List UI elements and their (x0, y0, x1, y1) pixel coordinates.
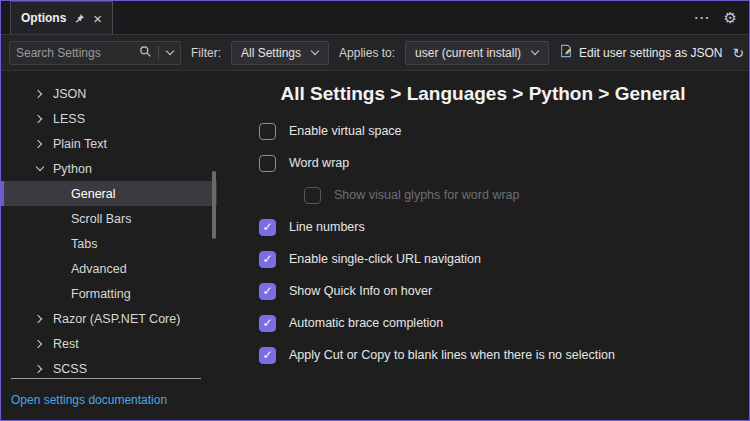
tree-item-label: Razor (ASP.NET Core) (53, 312, 180, 326)
tree-item-label: General (71, 187, 115, 201)
chevron-down-icon[interactable] (165, 48, 174, 57)
applies-to-dropdown[interactable]: user (current install) (405, 41, 549, 65)
setting-row: Show visual glyphs for word wrap (259, 179, 749, 211)
toolbar: Filter: All Settings Applies to: user (c… (1, 35, 749, 71)
tree-item-label: Python (53, 162, 92, 176)
gear-icon[interactable]: ⚙ (724, 9, 737, 27)
setting-label: Line numbers (289, 220, 365, 234)
tree-item-python[interactable]: Python (1, 156, 217, 181)
chevron-right-icon (35, 139, 44, 148)
chevron-right-icon (35, 339, 44, 348)
search-input[interactable] (16, 46, 133, 60)
chevron-down-icon (35, 164, 44, 173)
chevron-right-icon (35, 364, 44, 373)
options-window: Options × ⋯ ⚙ Filter: All Settings Appli… (0, 0, 750, 421)
tab-options-label: Options (21, 11, 66, 25)
tree-item-label: LESS (53, 112, 85, 126)
search-box[interactable] (9, 41, 181, 65)
filter-label: Filter: (191, 46, 221, 60)
setting-label: Word wrap (289, 156, 349, 170)
sidebar: JSONLESSPlain TextPythonGeneralScroll Ba… (1, 71, 217, 420)
settings-list: Enable virtual spaceWord wrapShow visual… (217, 115, 749, 371)
tab-options[interactable]: Options × (10, 1, 113, 34)
filter-dropdown-value: All Settings (241, 46, 301, 60)
checkbox[interactable]: ✓ (259, 251, 276, 268)
tree-item-label: Plain Text (53, 137, 107, 151)
setting-row: Word wrap (259, 147, 749, 179)
divider (158, 46, 159, 60)
chevron-right-icon (35, 314, 44, 323)
setting-row: Enable virtual space (259, 115, 749, 147)
setting-row: ✓Line numbers (259, 211, 749, 243)
checkbox (304, 187, 321, 204)
title-actions: ⋯ ⚙ (694, 8, 749, 27)
sync-button[interactable]: ↻ Sync (733, 45, 750, 61)
settings-tree: JSONLESSPlain TextPythonGeneralScroll Ba… (1, 81, 217, 381)
tree-item-razor-asp-net-core-[interactable]: Razor (ASP.NET Core) (1, 306, 217, 331)
pin-icon[interactable] (74, 13, 85, 24)
titlebar: Options × ⋯ ⚙ (1, 1, 749, 35)
edit-user-settings-json-button[interactable]: Edit user settings as JSON (559, 44, 722, 61)
ellipsis-icon[interactable]: ⋯ (694, 8, 710, 27)
setting-label: Apply Cut or Copy to blank lines when th… (289, 348, 615, 362)
open-settings-documentation-link[interactable]: Open settings documentation (11, 393, 167, 407)
checkbox[interactable]: ✓ (259, 315, 276, 332)
setting-row: ✓Enable single-click URL navigation (259, 243, 749, 275)
setting-label: Show Quick Info on hover (289, 284, 432, 298)
setting-label: Enable virtual space (289, 124, 402, 138)
divider (11, 378, 201, 379)
setting-label: Automatic brace completion (289, 316, 443, 330)
tree-item-label: SCSS (53, 362, 87, 376)
tree-item-label: Rest (53, 337, 79, 351)
edit-json-icon (559, 44, 573, 61)
sidebar-scrollbar[interactable] (212, 171, 216, 239)
edit-json-label: Edit user settings as JSON (579, 46, 722, 60)
checkbox[interactable]: ✓ (259, 219, 276, 236)
chevron-right-icon (35, 114, 44, 123)
main-area: JSONLESSPlain TextPythonGeneralScroll Ba… (1, 71, 749, 420)
chevron-down-icon (530, 48, 539, 57)
tree-item-rest[interactable]: Rest (1, 331, 217, 356)
close-icon[interactable]: × (93, 11, 102, 26)
search-icon[interactable] (139, 44, 152, 62)
tree-item-json[interactable]: JSON (1, 81, 217, 106)
chevron-right-icon (35, 89, 44, 98)
filter-dropdown[interactable]: All Settings (231, 41, 329, 65)
checkbox[interactable] (259, 155, 276, 172)
setting-label: Enable single-click URL navigation (289, 252, 481, 266)
tree-item-label: Formatting (71, 287, 131, 301)
tree-item-less[interactable]: LESS (1, 106, 217, 131)
setting-row: ✓Automatic brace completion (259, 307, 749, 339)
tree-item-label: Scroll Bars (71, 212, 131, 226)
setting-row: ✓Show Quick Info on hover (259, 275, 749, 307)
checkbox[interactable]: ✓ (259, 347, 276, 364)
tree-item-formatting[interactable]: Formatting (1, 281, 217, 306)
sync-icon: ↻ (733, 45, 745, 61)
tree-item-label: Tabs (71, 237, 97, 251)
setting-label: Show visual glyphs for word wrap (334, 188, 520, 202)
tree-item-plain-text[interactable]: Plain Text (1, 131, 217, 156)
tree-item-label: JSON (53, 87, 86, 101)
applies-to-dropdown-value: user (current install) (415, 46, 521, 60)
applies-to-label: Applies to: (339, 46, 395, 60)
sidebar-footer: Open settings documentation (11, 378, 201, 408)
checkbox[interactable]: ✓ (259, 283, 276, 300)
content-panel: All Settings > Languages > Python > Gene… (217, 71, 749, 420)
setting-row: ✓Apply Cut or Copy to blank lines when t… (259, 339, 749, 371)
tree-item-scroll-bars[interactable]: Scroll Bars (1, 206, 217, 231)
tree-item-label: Advanced (71, 262, 127, 276)
tree-item-tabs[interactable]: Tabs (1, 231, 217, 256)
tree-item-general[interactable]: General (1, 181, 217, 206)
chevron-down-icon (310, 48, 319, 57)
checkbox[interactable] (259, 123, 276, 140)
tree-item-advanced[interactable]: Advanced (1, 256, 217, 281)
breadcrumb: All Settings > Languages > Python > Gene… (217, 83, 749, 105)
